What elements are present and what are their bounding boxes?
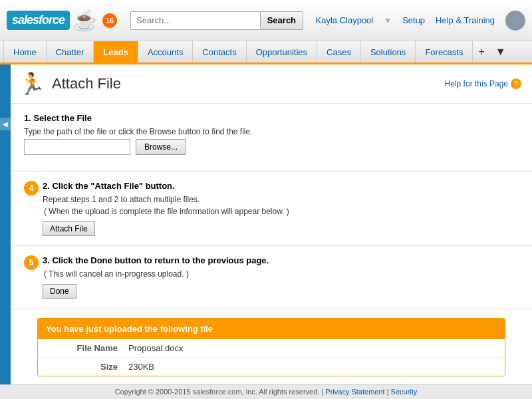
- step3-badge: 5: [24, 255, 39, 270]
- step1-line1: Type the path of the file or click the B…: [24, 127, 519, 136]
- logo-text: salesforce: [12, 13, 65, 27]
- step3-badge-row: 5 3. Click the Done button to return to …: [24, 255, 519, 299]
- step2-section: 4 2. Click the "Attach File" button. Rep…: [11, 172, 532, 246]
- browse-button[interactable]: Browse...: [136, 139, 186, 155]
- step2-content: 2. Click the "Attach File" button. Repea…: [43, 181, 289, 236]
- step1-section: 1. Select the File Type the path of the …: [11, 104, 532, 172]
- step2-badge: 4: [24, 181, 39, 196]
- page-title-left: 🏃 Attach File: [19, 71, 121, 96]
- privacy-link[interactable]: Privacy Statement: [325, 388, 384, 396]
- step3-section: 5 3. Click the Done button to return to …: [11, 246, 532, 309]
- nav-accounts[interactable]: Accounts: [138, 41, 193, 63]
- app-wrapper: salesforce ☕ 16 Search Kayla Claypool ▼ …: [0, 0, 532, 399]
- nav-bar: Home Chatter Leads Accounts Contacts Opp…: [0, 41, 532, 65]
- step2-line2: ( When the upload is complete the file i…: [43, 207, 289, 216]
- logo-area: salesforce ☕ 16: [7, 9, 117, 32]
- runner-icon: 🏃: [19, 71, 45, 96]
- file-input-row: Browse...: [24, 139, 519, 155]
- left-blue-strip: ◀: [0, 65, 11, 384]
- nav-opportunities[interactable]: Opportunities: [247, 41, 317, 63]
- logo-badge: 16: [102, 13, 117, 28]
- header: salesforce ☕ 16 Search Kayla Claypool ▼ …: [0, 0, 532, 41]
- attach-file-button[interactable]: Attach File: [43, 221, 95, 236]
- avatar: [505, 11, 525, 31]
- nav-contacts[interactable]: Contacts: [193, 41, 246, 63]
- user-dropdown-icon[interactable]: ▼: [384, 16, 392, 25]
- header-right: Kayla Claypool ▼ Setup Help & Training: [316, 11, 525, 31]
- help-link-text: Help for this Page: [445, 79, 508, 88]
- nav-leads[interactable]: Leads: [94, 41, 138, 63]
- step1-heading: 1. Select the File: [24, 113, 519, 123]
- upload-result-header: You have just uploaded the following fil…: [38, 319, 505, 339]
- user-name[interactable]: Kayla Claypool: [316, 15, 374, 25]
- left-arrow-button[interactable]: ◀: [0, 118, 11, 130]
- salesforce-logo: salesforce: [7, 11, 70, 30]
- footer: Copyright © 2000-2015 salesforce.com, in…: [0, 384, 532, 399]
- file-name-label: File Name: [51, 343, 118, 353]
- nav-chatter[interactable]: Chatter: [47, 41, 94, 63]
- setup-link[interactable]: Setup: [402, 15, 425, 25]
- upload-result-wrapper: You have just uploaded the following fil…: [11, 309, 532, 384]
- footer-copyright: Copyright © 2000-2015 salesforce.com, in…: [115, 388, 320, 396]
- search-input[interactable]: [130, 11, 261, 30]
- size-label: Size: [51, 362, 118, 372]
- nav-home[interactable]: Home: [3, 41, 47, 63]
- nav-dropdown-button[interactable]: ▼: [490, 41, 511, 63]
- file-name-value: Proposal.docx: [128, 343, 183, 353]
- coffee-icon: ☕: [72, 9, 97, 32]
- nav-forecasts[interactable]: Forecasts: [416, 41, 473, 63]
- page-title: Attach File: [52, 75, 121, 92]
- search-button[interactable]: Search: [261, 11, 303, 30]
- step3-content: 3. Click the Done button to return to th…: [43, 255, 269, 299]
- help-circle-icon: ?: [511, 78, 521, 89]
- help-training-link[interactable]: Help & Training: [436, 15, 495, 25]
- step2-heading: 2. Click the "Attach File" button.: [43, 181, 289, 191]
- size-value: 230KB: [128, 362, 154, 372]
- help-link[interactable]: Help for this Page ?: [445, 78, 521, 89]
- upload-result-body: File Name Proposal.docx Size 230KB: [38, 339, 505, 376]
- nav-cases[interactable]: Cases: [317, 41, 361, 63]
- done-button[interactable]: Done: [43, 284, 76, 299]
- upload-filename-row: File Name Proposal.docx: [38, 339, 505, 358]
- nav-solutions[interactable]: Solutions: [361, 41, 416, 63]
- step3-heading: 3. Click the Done button to return to th…: [43, 255, 269, 265]
- content-row: ◀ 🏃 Attach File Help for this Page ? 1. …: [0, 65, 532, 384]
- file-path-input[interactable]: [24, 139, 130, 155]
- step3-line1: ( This will cancel an in-progress upload…: [43, 269, 269, 279]
- step2-badge-row: 4 2. Click the "Attach File" button. Rep…: [24, 181, 519, 236]
- upload-result: You have just uploaded the following fil…: [37, 318, 505, 376]
- security-link[interactable]: Security: [391, 388, 418, 396]
- main-content: 🏃 Attach File Help for this Page ? 1. Se…: [11, 65, 532, 384]
- upload-size-row: Size 230KB: [38, 358, 505, 376]
- page-title-area: 🏃 Attach File Help for this Page ?: [11, 65, 532, 104]
- search-area: Search: [130, 11, 303, 30]
- nav-more-button[interactable]: +: [473, 41, 489, 63]
- step2-line1: Repeat steps 1 and 2 to attach multiple …: [43, 195, 289, 204]
